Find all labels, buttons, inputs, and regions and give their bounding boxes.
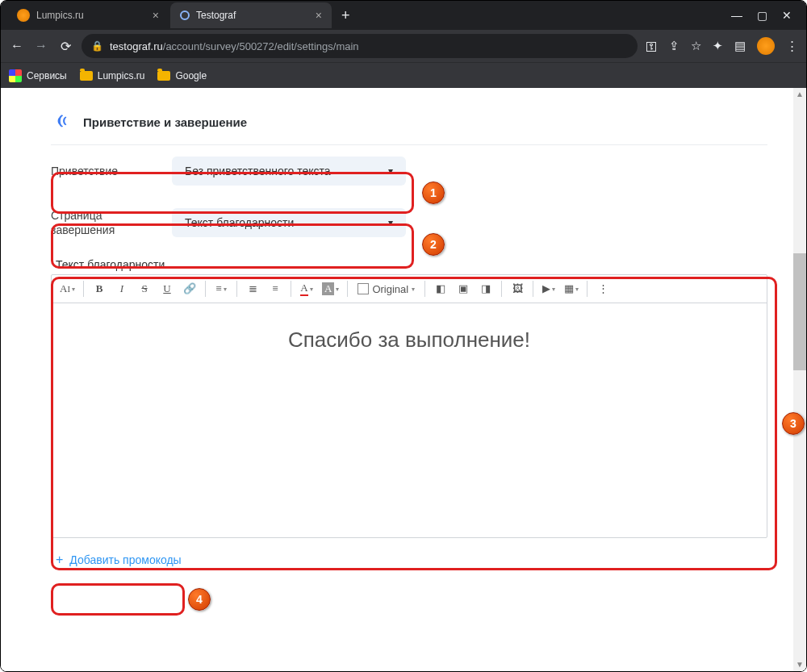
add-promo-label: Добавить промокоды — [69, 553, 181, 566]
bg-color-button[interactable]: A — [319, 278, 342, 299]
tab-bar: Lumpics.ru × Testograf × + — ▢ ✕ — [1, 1, 806, 30]
align-button[interactable]: ≡ — [211, 278, 232, 299]
scroll-thumb[interactable] — [793, 253, 806, 370]
row-completion: Страница завершения Текст благодарности … — [51, 197, 767, 248]
window-controls: — ▢ ✕ — [731, 9, 800, 22]
extensions-icon[interactable]: ✦ — [713, 39, 723, 53]
editor-toolbar: AI B I S U 🔗 ≡ ≣ ≡ A A — [52, 275, 767, 303]
float-left-button[interactable]: ◧ — [430, 278, 451, 299]
video-button[interactable]: ▶ — [538, 278, 559, 299]
url-path: /account/survey/500272/edit/settings/mai… — [163, 40, 359, 52]
editor-text: Спасибо за выполнение! — [288, 328, 530, 352]
section-title: Приветствие и завершение — [83, 115, 247, 129]
table-button[interactable]: ▦ — [561, 278, 582, 299]
reading-list-icon[interactable]: ▤ — [734, 39, 746, 53]
page-content: Приветствие и завершение Приветствие Без… — [1, 88, 806, 593]
share-icon[interactable]: ⇪ — [669, 39, 679, 53]
completion-select[interactable]: Текст благодарности ▾ — [172, 208, 406, 237]
key-icon[interactable]: ⚿ — [646, 40, 658, 53]
apps-icon — [9, 69, 22, 82]
bookmark-services[interactable]: Сервисы — [9, 69, 67, 82]
reload-icon[interactable]: ⟳ — [57, 39, 73, 54]
url-host: testograf.ru — [110, 40, 163, 52]
tab-title: Testograf — [196, 10, 236, 21]
bookmarks-bar: Сервисы Lumpics.ru Google — [1, 62, 806, 88]
font-size-button[interactable]: AI — [56, 278, 78, 299]
back-icon[interactable]: ← — [9, 39, 25, 53]
text-color-button[interactable]: A — [296, 278, 317, 299]
bold-button[interactable]: B — [89, 278, 110, 299]
forward-icon[interactable]: → — [33, 39, 49, 53]
folder-icon — [157, 71, 170, 81]
url-input[interactable]: 🔒 testograf.ru/account/survey/500272/edi… — [82, 34, 638, 58]
tab-testograf[interactable]: Testograf × — [170, 2, 332, 28]
bookmark-lumpics[interactable]: Lumpics.ru — [80, 70, 145, 81]
image-size-select[interactable]: Original ▾ — [353, 283, 420, 295]
minimize-icon[interactable]: — — [731, 9, 742, 22]
tab-lumpics[interactable]: Lumpics.ru × — [7, 2, 169, 28]
folder-icon — [80, 71, 93, 81]
close-window-icon[interactable]: ✕ — [782, 9, 792, 22]
image-icon — [358, 283, 369, 294]
close-icon[interactable]: × — [316, 9, 322, 22]
rich-text-editor: AI B I S U 🔗 ≡ ≣ ≡ A A — [51, 274, 767, 538]
row-greeting: Приветствие Без приветственного текста ▾ — [51, 145, 767, 197]
favicon-ring — [180, 10, 190, 20]
scroll-down-icon[interactable]: ▼ — [793, 658, 806, 671]
tab-title: Lumpics.ru — [36, 10, 84, 21]
editor-body[interactable]: Спасибо за выполнение! — [52, 303, 767, 537]
new-tab-button[interactable]: + — [333, 7, 358, 24]
close-icon[interactable]: × — [153, 9, 159, 22]
address-bar: ← → ⟳ 🔒 testograf.ru/account/survey/5002… — [1, 30, 806, 62]
editor-label: Текст благодарности — [51, 253, 767, 274]
profile-avatar[interactable] — [757, 37, 775, 55]
scrollbar[interactable]: ▲ ▼ — [793, 88, 806, 671]
favicon-orange — [17, 9, 30, 22]
chevron-down-icon: ▾ — [388, 217, 393, 228]
greeting-label: Приветствие — [51, 164, 156, 178]
underline-button[interactable]: U — [157, 278, 178, 299]
greeting-select[interactable]: Без приветственного текста ▾ — [172, 157, 406, 186]
float-center-button[interactable]: ▣ — [453, 278, 474, 299]
plus-icon: + — [56, 553, 63, 567]
completion-label: Страница завершения — [51, 208, 156, 237]
star-icon[interactable]: ☆ — [691, 39, 701, 53]
bullet-list-button[interactable]: ≣ — [242, 278, 263, 299]
scroll-up-icon[interactable]: ▲ — [793, 88, 806, 101]
menu-icon[interactable]: ⋮ — [786, 39, 798, 53]
image-button[interactable]: 🖼 — [507, 278, 528, 299]
numbered-list-button[interactable]: ≡ — [265, 278, 286, 299]
maximize-icon[interactable]: ▢ — [757, 9, 767, 22]
wave-icon — [51, 111, 73, 133]
original-label: Original — [372, 283, 408, 295]
add-promo-button[interactable]: + Добавить промокоды — [51, 538, 767, 577]
bookmark-google[interactable]: Google — [157, 70, 207, 81]
page-viewport: Приветствие и завершение Приветствие Без… — [1, 88, 806, 671]
greeting-select-value: Без приветственного текста — [185, 165, 331, 177]
editor-section: Текст благодарности AI B I S U 🔗 ≡ ≣ ≡ — [51, 253, 767, 538]
link-button[interactable]: 🔗 — [179, 278, 200, 299]
completion-select-value: Текст благодарности — [185, 216, 294, 229]
section-header: Приветствие и завершение — [51, 88, 767, 145]
lock-icon: 🔒 — [91, 40, 103, 52]
italic-button[interactable]: I — [111, 278, 132, 299]
more-button[interactable]: ⋮ — [592, 278, 613, 299]
chevron-down-icon: ▾ — [388, 165, 393, 177]
toolbar-right: ⚿ ⇪ ☆ ✦ ▤ ⋮ — [646, 37, 798, 55]
strike-button[interactable]: S — [134, 278, 155, 299]
float-right-button[interactable]: ◨ — [475, 278, 496, 299]
browser-chrome: Lumpics.ru × Testograf × + — ▢ ✕ ← → ⟳ 🔒… — [1, 1, 806, 88]
